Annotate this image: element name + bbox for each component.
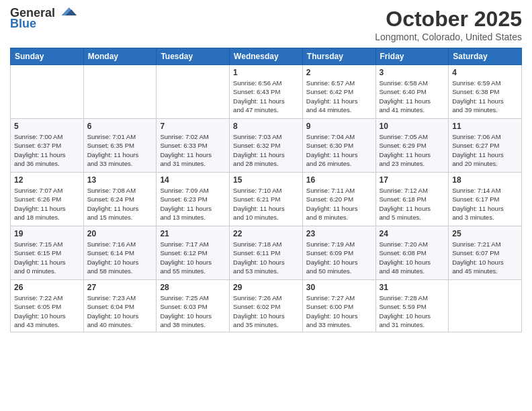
day-info: Sunrise: 6:58 AM Sunset: 6:40 PM Dayligh… [380, 79, 445, 114]
day-number: 5 [14, 122, 80, 131]
header-thursday: Thursday [302, 48, 375, 65]
table-row: 12Sunrise: 7:07 AM Sunset: 6:26 PM Dayli… [11, 173, 84, 226]
day-number: 6 [87, 122, 153, 131]
calendar-week-2: 5Sunrise: 7:00 AM Sunset: 6:37 PM Daylig… [11, 119, 522, 173]
day-number: 17 [380, 175, 445, 185]
location-title: Longmont, Colorado, United States [375, 32, 522, 42]
calendar-week-5: 26Sunrise: 7:22 AM Sunset: 6:05 PM Dayli… [11, 280, 522, 332]
day-info: Sunrise: 7:25 AM Sunset: 6:03 PM Dayligh… [160, 293, 226, 329]
day-number: 4 [452, 68, 518, 77]
day-info: Sunrise: 6:59 AM Sunset: 6:38 PM Dayligh… [452, 79, 518, 114]
table-row: 9Sunrise: 7:04 AM Sunset: 6:30 PM Daylig… [302, 119, 375, 173]
logo: General Blue [10, 7, 77, 31]
day-info: Sunrise: 7:04 AM Sunset: 6:30 PM Dayligh… [306, 132, 372, 168]
table-row: 22Sunrise: 7:18 AM Sunset: 6:11 PM Dayli… [230, 226, 303, 280]
day-number: 8 [233, 122, 299, 131]
day-info: Sunrise: 7:15 AM Sunset: 6:15 PM Dayligh… [14, 240, 80, 275]
table-row: 1Sunrise: 6:56 AM Sunset: 6:43 PM Daylig… [230, 65, 303, 119]
calendar-week-1: 1Sunrise: 6:56 AM Sunset: 6:43 PM Daylig… [11, 65, 522, 119]
day-number: 22 [233, 229, 299, 238]
table-row: 4Sunrise: 6:59 AM Sunset: 6:38 PM Daylig… [449, 65, 522, 119]
table-row: 7Sunrise: 7:02 AM Sunset: 6:33 PM Daylig… [157, 119, 230, 173]
table-row: 26Sunrise: 7:22 AM Sunset: 6:05 PM Dayli… [11, 280, 84, 332]
day-info: Sunrise: 7:06 AM Sunset: 6:27 PM Dayligh… [452, 132, 518, 168]
day-info: Sunrise: 7:23 AM Sunset: 6:04 PM Dayligh… [87, 293, 153, 329]
table-row: 16Sunrise: 7:11 AM Sunset: 6:20 PM Dayli… [302, 173, 375, 226]
day-number: 11 [452, 122, 518, 131]
table-row [11, 65, 84, 119]
table-row [449, 280, 522, 332]
day-info: Sunrise: 7:11 AM Sunset: 6:20 PM Dayligh… [306, 186, 372, 222]
table-row: 27Sunrise: 7:23 AM Sunset: 6:04 PM Dayli… [83, 280, 157, 332]
day-info: Sunrise: 7:19 AM Sunset: 6:09 PM Dayligh… [306, 240, 372, 275]
header-monday: Monday [83, 48, 157, 65]
day-info: Sunrise: 7:03 AM Sunset: 6:32 PM Dayligh… [233, 132, 299, 168]
table-row: 5Sunrise: 7:00 AM Sunset: 6:37 PM Daylig… [11, 119, 84, 173]
table-row: 11Sunrise: 7:06 AM Sunset: 6:27 PM Dayli… [449, 119, 522, 173]
day-number: 31 [380, 283, 445, 292]
day-info: Sunrise: 7:01 AM Sunset: 6:35 PM Dayligh… [87, 132, 153, 168]
day-number: 21 [160, 229, 226, 238]
table-row: 31Sunrise: 7:28 AM Sunset: 5:59 PM Dayli… [375, 280, 449, 332]
header: General Blue October 2025 Longmont, Colo… [10, 7, 522, 42]
day-number: 25 [452, 229, 518, 238]
table-row: 21Sunrise: 7:17 AM Sunset: 6:12 PM Dayli… [157, 226, 230, 280]
day-info: Sunrise: 7:17 AM Sunset: 6:12 PM Dayligh… [160, 240, 226, 275]
day-number: 3 [380, 68, 445, 77]
calendar-week-3: 12Sunrise: 7:07 AM Sunset: 6:26 PM Dayli… [11, 173, 522, 226]
table-row: 30Sunrise: 7:27 AM Sunset: 6:00 PM Dayli… [302, 280, 375, 332]
day-info: Sunrise: 6:56 AM Sunset: 6:43 PM Dayligh… [233, 79, 299, 114]
day-number: 10 [380, 122, 445, 131]
day-number: 19 [14, 229, 80, 238]
table-row: 17Sunrise: 7:12 AM Sunset: 6:18 PM Dayli… [375, 173, 449, 226]
month-title: October 2025 [375, 7, 522, 32]
table-row: 8Sunrise: 7:03 AM Sunset: 6:32 PM Daylig… [230, 119, 303, 173]
logo-icon [56, 5, 77, 17]
table-row: 19Sunrise: 7:15 AM Sunset: 6:15 PM Dayli… [11, 226, 84, 280]
day-info: Sunrise: 7:28 AM Sunset: 5:59 PM Dayligh… [380, 293, 445, 329]
header-friday: Friday [375, 48, 449, 65]
table-row: 23Sunrise: 7:19 AM Sunset: 6:09 PM Dayli… [302, 226, 375, 280]
title-area: October 2025 Longmont, Colorado, United … [375, 7, 522, 42]
day-info: Sunrise: 7:07 AM Sunset: 6:26 PM Dayligh… [14, 186, 80, 222]
day-number: 7 [160, 122, 226, 131]
day-info: Sunrise: 7:20 AM Sunset: 6:08 PM Dayligh… [380, 240, 445, 275]
header-tuesday: Tuesday [157, 48, 230, 65]
table-row: 3Sunrise: 6:58 AM Sunset: 6:40 PM Daylig… [375, 65, 449, 119]
day-number: 29 [233, 283, 299, 292]
table-row: 18Sunrise: 7:14 AM Sunset: 6:17 PM Dayli… [449, 173, 522, 226]
day-number: 23 [306, 229, 372, 238]
day-number: 9 [306, 122, 372, 131]
day-number: 30 [306, 283, 372, 292]
table-row [83, 65, 157, 119]
day-number: 14 [160, 175, 226, 185]
table-row: 15Sunrise: 7:10 AM Sunset: 6:21 PM Dayli… [230, 173, 303, 226]
day-info: Sunrise: 7:10 AM Sunset: 6:21 PM Dayligh… [233, 186, 299, 222]
table-row: 13Sunrise: 7:08 AM Sunset: 6:24 PM Dayli… [83, 173, 157, 226]
day-number: 18 [452, 175, 518, 185]
day-info: Sunrise: 7:18 AM Sunset: 6:11 PM Dayligh… [233, 240, 299, 275]
table-row: 29Sunrise: 7:26 AM Sunset: 6:02 PM Dayli… [230, 280, 303, 332]
table-row: 28Sunrise: 7:25 AM Sunset: 6:03 PM Dayli… [157, 280, 230, 332]
logo-blue-text: Blue [10, 17, 36, 31]
header-saturday: Saturday [449, 48, 522, 65]
table-row: 6Sunrise: 7:01 AM Sunset: 6:35 PM Daylig… [83, 119, 157, 173]
day-info: Sunrise: 7:21 AM Sunset: 6:07 PM Dayligh… [452, 240, 518, 275]
day-info: Sunrise: 7:12 AM Sunset: 6:18 PM Dayligh… [380, 186, 445, 222]
day-info: Sunrise: 7:27 AM Sunset: 6:00 PM Dayligh… [306, 293, 372, 329]
day-info: Sunrise: 7:22 AM Sunset: 6:05 PM Dayligh… [14, 293, 80, 329]
day-number: 24 [380, 229, 445, 238]
table-row [157, 65, 230, 119]
day-number: 2 [306, 68, 372, 77]
calendar-week-4: 19Sunrise: 7:15 AM Sunset: 6:15 PM Dayli… [11, 226, 522, 280]
day-number: 15 [233, 175, 299, 185]
day-number: 20 [87, 229, 153, 238]
day-number: 16 [306, 175, 372, 185]
day-info: Sunrise: 7:16 AM Sunset: 6:14 PM Dayligh… [87, 240, 153, 275]
day-number: 27 [87, 283, 153, 292]
day-number: 12 [14, 175, 80, 185]
day-info: Sunrise: 6:57 AM Sunset: 6:42 PM Dayligh… [306, 79, 372, 114]
table-row: 20Sunrise: 7:16 AM Sunset: 6:14 PM Dayli… [83, 226, 157, 280]
day-info: Sunrise: 7:05 AM Sunset: 6:29 PM Dayligh… [380, 132, 445, 168]
table-row: 10Sunrise: 7:05 AM Sunset: 6:29 PM Dayli… [375, 119, 449, 173]
